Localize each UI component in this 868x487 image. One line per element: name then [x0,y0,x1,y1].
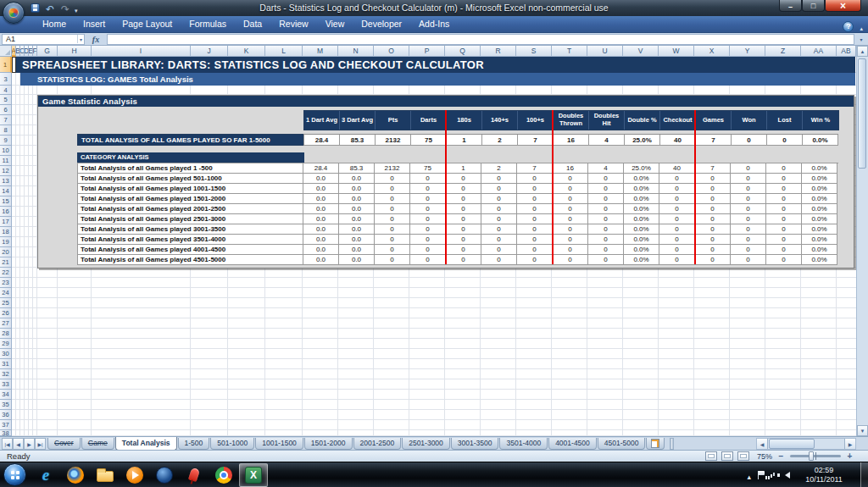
column-header-V[interactable]: V [623,46,659,57]
category-value-cell[interactable]: 0.0 [303,255,339,265]
value-header-cell-lost[interactable]: Lost [767,111,803,130]
category-value-cell[interactable]: 0 [481,194,517,204]
row-header-18[interactable]: 18 [0,227,12,237]
horizontal-scrollbar[interactable] [756,438,856,450]
row-header-14[interactable]: 14 [0,186,12,196]
value-header-cell-darts[interactable]: Darts [411,111,447,130]
category-value-cell[interactable]: 0 [553,184,588,194]
close-button[interactable] [825,0,861,12]
category-value-cell[interactable]: 0 [517,194,553,204]
previous-sheet-button[interactable] [13,438,24,450]
column-header-AB[interactable]: AB [837,46,856,57]
formula-bar-expand-icon[interactable] [854,36,868,42]
category-value-cell[interactable]: 0 [766,235,802,245]
category-value-cell[interactable]: 0.0 [339,184,375,194]
category-value-cell[interactable]: 0 [446,224,481,235]
row-header-25[interactable]: 25 [0,298,12,308]
sheet-tab-4501-5000[interactable]: 4501-5000 [598,438,646,450]
category-value-cell[interactable]: 0 [766,255,802,265]
category-value-cell[interactable]: 0 [695,174,731,184]
total-value-cell[interactable]: 0 [767,135,803,146]
category-value-cell[interactable]: 0.0 [339,255,375,265]
sheet-tab-game[interactable]: Game [81,438,114,450]
category-value-cell[interactable]: 0 [695,184,731,194]
redo-button[interactable] [59,3,71,14]
sheet-tab-2501-3000[interactable]: 2501-3000 [402,438,450,450]
category-value-cell[interactable]: 0 [659,235,695,245]
category-value-cell[interactable]: 85.3 [339,163,375,174]
category-value-cell[interactable]: 0.0 [303,214,339,224]
taskbar-ie-button[interactable] [31,463,60,487]
category-value-cell[interactable]: 0.0 [339,174,375,184]
restore-button[interactable] [802,0,825,12]
value-header-cell-100-s[interactable]: 100+s [518,111,554,130]
row-header-4[interactable]: 4 [0,86,12,95]
category-value-cell[interactable]: 0.0 [339,245,375,255]
category-value-cell[interactable]: 0 [446,184,481,194]
column-header-J[interactable]: J [191,46,228,57]
value-header-cell-win[interactable]: Win % [803,111,838,130]
category-row-label[interactable]: Total Analysis of all Games played 1 -50… [77,163,303,174]
column-header-Q[interactable]: Q [445,46,481,57]
column-header-Y[interactable]: Y [730,46,765,57]
category-value-cell[interactable]: 0 [659,224,695,235]
total-value-cell[interactable]: 0.0% [803,135,838,146]
category-value-cell[interactable]: 2132 [375,163,410,174]
category-value-cell[interactable]: 0 [410,204,446,214]
scroll-up-button[interactable] [857,46,868,57]
category-value-cell[interactable]: 0 [410,194,446,204]
category-value-cell[interactable]: 0.0 [303,194,339,204]
column-header-N[interactable]: N [338,46,374,57]
column-header-S[interactable]: S [516,46,552,57]
category-value-cell[interactable]: 0.0 [339,214,375,224]
taskbar-chrome-button[interactable] [209,463,238,487]
row-header-3[interactable]: 3 [0,73,12,86]
category-value-cell[interactable]: 0 [553,255,588,265]
row-header-28[interactable]: 28 [0,329,12,339]
total-value-cell[interactable]: 85.3 [340,135,376,146]
zoom-slider-thumb[interactable] [809,451,814,461]
category-value-cell[interactable]: 0 [695,194,731,204]
category-value-cell[interactable]: 7 [517,163,553,174]
category-value-cell[interactable]: 0 [731,214,766,224]
column-header-P[interactable]: P [409,46,445,57]
category-value-cell[interactable]: 0 [659,214,695,224]
category-value-cell[interactable]: 0 [553,224,588,235]
undo-button[interactable] [44,3,56,14]
category-value-cell[interactable]: 0.0 [303,224,339,235]
category-value-cell[interactable]: 0.0% [624,214,659,224]
category-value-cell[interactable]: 0 [446,194,481,204]
category-row-label[interactable]: Total Analysis of all Games played 1001-… [77,184,303,194]
row-header-23[interactable]: 23 [0,278,12,288]
category-value-cell[interactable]: 0 [446,174,481,184]
view-normal-button[interactable] [705,451,717,461]
category-value-cell[interactable]: 0 [481,174,517,184]
vertical-scroll-thumb[interactable] [858,58,866,169]
category-value-cell[interactable]: 0 [588,174,624,184]
category-value-cell[interactable]: 0 [410,245,446,255]
category-value-cell[interactable]: 25.0% [624,163,659,174]
category-value-cell[interactable]: 0 [588,204,624,214]
sheet-tab-501-1000[interactable]: 501-1000 [210,438,254,450]
ribbon-tab-data[interactable]: Data [235,16,270,33]
category-value-cell[interactable]: 0 [375,235,410,245]
row-header-9[interactable]: 9 [0,136,12,146]
category-value-cell[interactable]: 0 [517,245,553,255]
zoom-out-button[interactable] [776,451,786,461]
total-value-cell[interactable]: 0 [732,135,767,146]
tab-splitter-handle[interactable] [670,438,674,450]
category-value-cell[interactable]: 0.0 [339,224,375,235]
ribbon-tab-add-ins[interactable]: Add-Ins [410,16,458,33]
category-row-label[interactable]: Total Analysis of all Games played 4501-… [77,255,303,265]
category-value-cell[interactable]: 0 [517,224,553,235]
category-value-cell[interactable]: 0 [695,255,731,265]
column-header-G[interactable]: G [37,46,58,57]
category-value-cell[interactable]: 0 [481,245,517,255]
category-value-cell[interactable]: 0 [517,174,553,184]
total-value-cell[interactable]: 1 [447,135,482,146]
category-value-cell[interactable]: 0 [375,245,410,255]
category-value-cell[interactable]: 0 [766,204,802,214]
category-value-cell[interactable]: 0 [695,224,731,235]
category-value-cell[interactable]: 0.0% [802,163,837,174]
category-value-cell[interactable]: 0.0% [802,204,837,214]
